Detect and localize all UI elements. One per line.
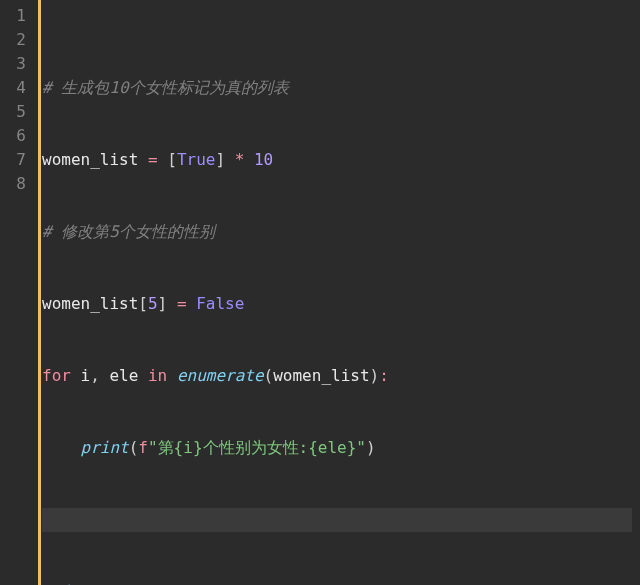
line-number-gutter: 1 2 3 4 5 6 7 8 (0, 0, 38, 585)
line-number: 6 (8, 124, 26, 148)
code-editor[interactable]: 1 2 3 4 5 6 7 8 # 生成包10个女性标记为真的列表 women_… (0, 0, 640, 585)
comment: # 修改第5个女性的性别 (42, 222, 215, 241)
line-number: 8 (8, 172, 26, 196)
code-line-current[interactable] (42, 508, 632, 532)
line-number: 3 (8, 52, 26, 76)
code-line[interactable]: # 修改第5个女性的性别 (42, 220, 632, 244)
line-number: 5 (8, 100, 26, 124)
code-line[interactable]: women_list = [True] * 10 (42, 148, 632, 172)
code-line[interactable]: women_list[5] = False (42, 292, 632, 316)
comment: # 生成包10个女性标记为真的列表 (42, 78, 289, 97)
code-line[interactable]: print(f"第{i}个性别为女性:{ele}") (42, 436, 632, 460)
line-number: 7 (8, 148, 26, 172)
modified-marker (38, 0, 41, 585)
line-number: 1 (8, 4, 26, 28)
code-line[interactable]: print(any(women_list)) (42, 580, 632, 585)
code-line[interactable]: for i, ele in enumerate(women_list): (42, 364, 632, 388)
line-number: 4 (8, 76, 26, 100)
line-number: 2 (8, 28, 26, 52)
code-area[interactable]: # 生成包10个女性标记为真的列表 women_list = [True] * … (38, 0, 640, 585)
code-line[interactable]: # 生成包10个女性标记为真的列表 (42, 76, 632, 100)
